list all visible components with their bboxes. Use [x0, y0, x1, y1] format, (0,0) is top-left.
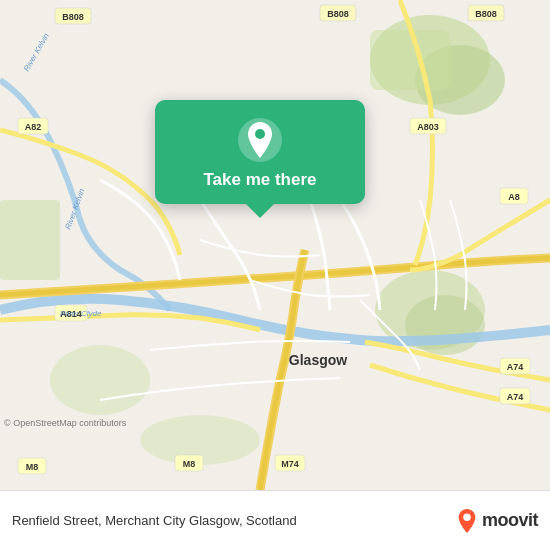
bottom-bar: Renfield Street, Merchant City Glasgow, … — [0, 490, 550, 550]
svg-text:M8: M8 — [183, 459, 196, 469]
svg-text:M74: M74 — [281, 459, 299, 469]
moovit-logo: moovit — [456, 508, 538, 534]
svg-rect-6 — [0, 200, 60, 280]
location-pin-icon — [236, 116, 284, 164]
svg-text:A74: A74 — [507, 362, 524, 372]
map-container: B808 B808 B808 A82 A803 A8 A74 A74 M74 M… — [0, 0, 550, 490]
svg-text:B808: B808 — [475, 9, 497, 19]
popup-card[interactable]: Take me there — [155, 100, 365, 204]
location-info: Renfield Street, Merchant City Glasgow, … — [12, 513, 297, 528]
map-attribution: © OpenStreetMap contributors — [4, 418, 126, 428]
svg-text:B808: B808 — [327, 9, 349, 19]
svg-text:A8: A8 — [508, 192, 520, 202]
svg-point-38 — [255, 129, 265, 139]
svg-text:River Clyde: River Clyde — [60, 309, 102, 318]
svg-text:Glasgow: Glasgow — [289, 352, 347, 368]
svg-point-7 — [50, 345, 150, 415]
svg-point-5 — [405, 295, 485, 355]
moovit-pin-icon — [456, 508, 478, 534]
map-background: B808 B808 B808 A82 A803 A8 A74 A74 M74 M… — [0, 0, 550, 490]
svg-text:A82: A82 — [25, 122, 42, 132]
svg-point-39 — [463, 513, 470, 520]
take-me-there-button[interactable]: Take me there — [203, 170, 316, 190]
svg-rect-3 — [370, 30, 450, 90]
moovit-text: moovit — [482, 510, 538, 531]
svg-text:B808: B808 — [62, 12, 84, 22]
location-name: Renfield Street, Merchant City Glasgow, … — [12, 513, 297, 528]
svg-text:A803: A803 — [417, 122, 439, 132]
svg-text:M8: M8 — [26, 462, 39, 472]
svg-text:A74: A74 — [507, 392, 524, 402]
